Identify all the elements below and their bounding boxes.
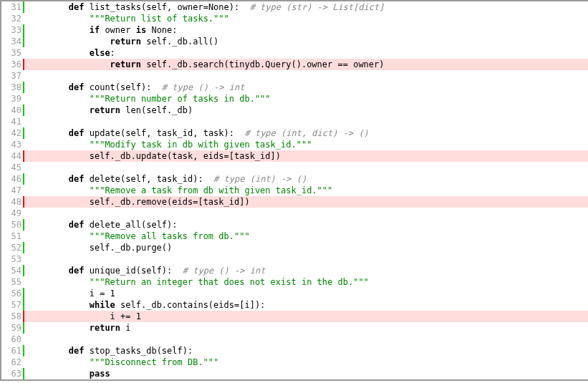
code-line[interactable]: 56 i = 1 — [1, 288, 588, 299]
line-number: 55 — [1, 276, 23, 288]
code-line[interactable]: 59 return i — [1, 322, 588, 334]
code-line[interactable]: 44 self._db.update(task, eids=[task_id]) — [1, 150, 588, 162]
code-line[interactable]: 31 def list_tasks(self, owner=None): # t… — [1, 1, 588, 13]
code-line[interactable]: 62 """Disconnect from DB.""" — [1, 357, 588, 368]
coverage-bar — [23, 253, 24, 265]
coverage-bar — [23, 334, 24, 345]
code-line[interactable]: 46 def delete(self, task_id): # type (in… — [1, 173, 588, 185]
code-line[interactable]: 45 — [1, 162, 588, 173]
code-line[interactable]: 52 self._db.purge() — [1, 242, 588, 253]
line-number: 57 — [1, 299, 23, 311]
code-line[interactable]: 53 — [1, 253, 588, 265]
line-number: 38 — [1, 82, 23, 93]
coverage-bar — [23, 162, 24, 173]
code-line[interactable]: 38 def count(self): # type () -> int — [1, 82, 588, 93]
line-number: 51 — [1, 231, 23, 242]
code-content: """Return number of tasks in db.""" — [24, 93, 588, 105]
code-line[interactable]: 55 """Return an integer that does not ex… — [1, 276, 588, 288]
code-content: def delete(self, task_id): # type (int) … — [24, 173, 588, 185]
code-content: return i — [24, 322, 588, 334]
line-number: 36 — [1, 59, 23, 70]
code-content: self._db.remove(eids=[task_id]) — [24, 196, 588, 208]
code-content: while self._db.contains(eids=[i]): — [24, 299, 588, 311]
code-content: """Remove all tasks from db.""" — [24, 231, 588, 242]
line-number: 61 — [1, 345, 23, 357]
code-content: return self._db.search(tinydb.Query().ow… — [24, 59, 588, 70]
code-line[interactable]: 47 """Remove a task from db with given t… — [1, 185, 588, 196]
code-content: i += 1 — [24, 311, 588, 322]
code-content: """Disconnect from DB.""" — [24, 357, 588, 368]
code-line[interactable]: 48 self._db.remove(eids=[task_id]) — [1, 196, 588, 208]
line-number: 48 — [1, 196, 23, 208]
line-number: 31 — [1, 1, 23, 13]
code-content: """Return an integer that does not exist… — [24, 276, 588, 288]
code-line[interactable]: 35 else: — [1, 47, 588, 59]
code-line[interactable]: 58 i += 1 — [1, 311, 588, 322]
code-line[interactable]: 39 """Return number of tasks in db.""" — [1, 93, 588, 105]
code-line[interactable]: 33 if owner is None: — [1, 24, 588, 36]
code-line[interactable]: 60 — [1, 334, 588, 345]
code-content: """Remove a task from db with given task… — [24, 185, 588, 196]
code-line[interactable]: 50 def delete_all(self): — [1, 219, 588, 231]
code-content: def count(self): # type () -> int — [24, 82, 588, 93]
line-number: 47 — [1, 185, 23, 196]
code-line[interactable]: 43 """Modify task in db with given task_… — [1, 139, 588, 150]
code-content: self._db.purge() — [24, 242, 588, 253]
line-number: 32 — [1, 13, 23, 24]
code-line[interactable]: 37 — [1, 70, 588, 82]
line-number: 45 — [1, 162, 23, 173]
code-line[interactable]: 61 def stop_tasks_db(self): — [1, 345, 588, 357]
code-content: def stop_tasks_db(self): — [24, 345, 588, 357]
code-line[interactable]: 41 — [1, 116, 588, 127]
line-number: 58 — [1, 311, 23, 322]
code-line[interactable]: 54 def unique_id(self): # type () -> int — [1, 265, 588, 276]
code-content: pass — [24, 368, 588, 379]
line-number: 43 — [1, 139, 23, 150]
code-line[interactable]: 51 """Remove all tasks from db.""" — [1, 231, 588, 242]
line-number: 46 — [1, 173, 23, 185]
code-line[interactable]: 32 """Return list of tasks.""" — [1, 13, 588, 24]
line-number: 41 — [1, 116, 23, 127]
code-content: def update(self, task_id, task): # type … — [24, 127, 588, 139]
code-line[interactable]: 49 — [1, 208, 588, 219]
line-number: 60 — [1, 334, 23, 345]
code-coverage-listing: 31 def list_tasks(self, owner=None): # t… — [1, 1, 588, 379]
code-content: def unique_id(self): # type () -> int — [24, 265, 588, 276]
line-number: 34 — [1, 36, 23, 47]
code-content: self._db.update(task, eids=[task_id]) — [24, 150, 588, 162]
code-content: """Return list of tasks.""" — [24, 13, 588, 24]
coverage-bar — [23, 116, 24, 127]
code-content: def list_tasks(self, owner=None): # type… — [24, 1, 588, 13]
code-line[interactable]: 40 return len(self._db) — [1, 105, 588, 116]
code-content: return len(self._db) — [24, 105, 588, 116]
coverage-bar — [23, 70, 24, 82]
coverage-bar — [23, 208, 24, 219]
line-number: 59 — [1, 322, 23, 334]
line-number: 50 — [1, 219, 23, 231]
line-number: 54 — [1, 265, 23, 276]
line-number: 35 — [1, 47, 23, 59]
line-number: 37 — [1, 70, 23, 82]
line-number: 49 — [1, 208, 23, 219]
line-number: 39 — [1, 93, 23, 105]
code-content: """Modify task in db with given task_id.… — [24, 139, 588, 150]
line-number: 56 — [1, 288, 23, 299]
line-number: 40 — [1, 105, 23, 116]
code-content: return self._db.all() — [24, 36, 588, 47]
code-line[interactable]: 42 def update(self, task_id, task): # ty… — [1, 127, 588, 139]
code-line[interactable]: 63 pass — [1, 368, 588, 379]
line-number: 42 — [1, 127, 23, 139]
code-line[interactable]: 34 return self._db.all() — [1, 36, 588, 47]
line-number: 33 — [1, 24, 23, 36]
line-number: 53 — [1, 253, 23, 265]
code-content: if owner is None: — [24, 24, 588, 36]
code-content: else: — [24, 47, 588, 59]
code-content: def delete_all(self): — [24, 219, 588, 231]
code-line[interactable]: 57 while self._db.contains(eids=[i]): — [1, 299, 588, 311]
line-number: 62 — [1, 357, 23, 368]
line-number: 44 — [1, 150, 23, 162]
code-line[interactable]: 36 return self._db.search(tinydb.Query()… — [1, 59, 588, 70]
line-number: 63 — [1, 368, 23, 379]
line-number: 52 — [1, 242, 23, 253]
code-content: i = 1 — [24, 288, 588, 299]
